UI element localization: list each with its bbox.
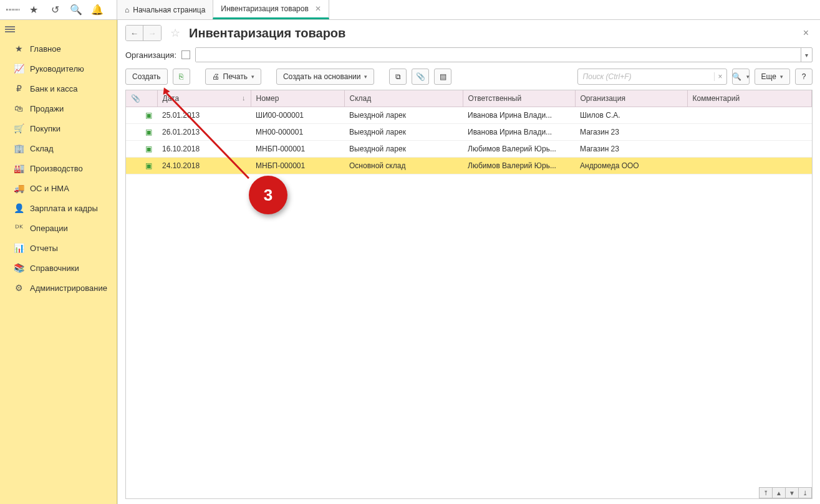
col-warehouse[interactable]: Склад bbox=[344, 90, 463, 107]
close-icon[interactable]: × bbox=[803, 27, 813, 39]
col-date[interactable]: Дата↓ bbox=[157, 90, 251, 107]
hamburger-icon[interactable] bbox=[5, 26, 15, 32]
sidebar-item-label: ОС и НМА bbox=[30, 184, 69, 193]
cell-comment bbox=[687, 107, 812, 124]
cell-number: МНБП-000001 bbox=[251, 141, 344, 158]
cell-comment bbox=[687, 141, 812, 158]
search-box[interactable]: × bbox=[577, 69, 727, 85]
org-checkbox[interactable] bbox=[181, 50, 190, 59]
col-org[interactable]: Организация bbox=[575, 90, 687, 107]
document-icon: ▣ bbox=[145, 111, 152, 120]
cell-date: 16.10.2018 bbox=[157, 141, 251, 158]
sidebar-item-11[interactable]: 📚Справочники bbox=[0, 258, 117, 278]
tab-home[interactable]: ⌂ Начальная страница bbox=[117, 0, 213, 19]
sidebar-item-3[interactable]: 🛍Продажи bbox=[0, 98, 117, 118]
sidebar-item-label: Руководителю bbox=[30, 64, 84, 74]
sidebar-item-label: Отчеты bbox=[30, 244, 58, 253]
create-button[interactable]: Создать bbox=[125, 69, 168, 85]
sidebar-item-label: Справочники bbox=[30, 264, 79, 273]
cell-number: МНБП-000001 bbox=[251, 158, 344, 174]
page-header: ← → ☆ Инвентаризация товаров × bbox=[118, 20, 820, 45]
back-button[interactable]: ← bbox=[126, 26, 143, 40]
sidebar-item-label: Покупки bbox=[30, 124, 60, 133]
col-responsible[interactable]: Ответственный bbox=[463, 90, 575, 107]
history-icon[interactable]: ↺ bbox=[49, 4, 61, 16]
sidebar-item-label: Главное bbox=[30, 44, 61, 54]
cell-org: Магазин 23 bbox=[575, 141, 687, 158]
page-title: Инвентаризация товаров bbox=[189, 26, 345, 40]
sidebar-item-icon: 🛍 bbox=[14, 103, 24, 113]
page-down[interactable]: ▼ bbox=[785, 487, 799, 498]
forward-button[interactable]: → bbox=[143, 26, 161, 40]
help-button[interactable]: ? bbox=[795, 69, 813, 85]
sidebar-item-7[interactable]: 🚚ОС и НМА bbox=[0, 178, 117, 198]
sidebar-item-4[interactable]: 🛒Покупки bbox=[0, 118, 117, 138]
page-last[interactable]: ⤓ bbox=[798, 487, 812, 498]
tabs: ⌂ Начальная страница Инвентаризация това… bbox=[117, 0, 329, 19]
page-up[interactable]: ▲ bbox=[772, 487, 786, 498]
sidebar-item-icon: 🛒 bbox=[14, 123, 24, 133]
org-filter-row: Организация: ▾ bbox=[118, 45, 820, 69]
cell-responsible: Иванова Ирина Влади... bbox=[463, 107, 575, 124]
sidebar-item-10[interactable]: 📊Отчеты bbox=[0, 238, 117, 258]
star-icon[interactable]: ☆ bbox=[170, 26, 180, 40]
find-button[interactable]: 🔍▾ bbox=[732, 69, 750, 85]
sidebar-item-9[interactable]: ᴰᴷОперации bbox=[0, 218, 117, 238]
toolbar: Создать ⎘ 🖨 Печать ▾ Создать на основани… bbox=[118, 69, 820, 90]
table-row[interactable]: ▣ 26.01.2013 МН00-000001 Выездной ларек … bbox=[126, 124, 812, 141]
sidebar-item-1[interactable]: 📈Руководителю bbox=[0, 59, 117, 78]
copy-button[interactable]: ⎘ bbox=[173, 69, 190, 85]
sidebar-item-0[interactable]: ★Главное bbox=[0, 39, 117, 59]
cell-responsible: Иванова Ирина Влади... bbox=[463, 124, 575, 141]
document-icon: ▣ bbox=[145, 128, 152, 136]
close-icon[interactable]: ✕ bbox=[315, 4, 321, 13]
sidebar-item-icon: 🏢 bbox=[14, 143, 24, 153]
col-comment[interactable]: Комментарий bbox=[687, 90, 812, 107]
create-based-button[interactable]: Создать на основании ▾ bbox=[276, 69, 375, 85]
cell-warehouse: Выездной ларек bbox=[344, 107, 463, 124]
table-row[interactable]: ▣ 25.01.2013 ШИ00-000001 Выездной ларек … bbox=[126, 107, 812, 124]
structure-button[interactable]: ⧉ bbox=[389, 69, 407, 85]
sidebar-item-icon: 📈 bbox=[14, 64, 24, 74]
tab-inventory[interactable]: Инвентаризация товаров ✕ bbox=[213, 0, 329, 19]
pager: ⤒ ▲ ▼ ⤓ bbox=[760, 487, 812, 498]
table-row[interactable]: ▣ 16.10.2018 МНБП-000001 Выездной ларек … bbox=[126, 141, 812, 158]
clear-icon[interactable]: × bbox=[714, 72, 726, 81]
col-number[interactable]: Номер bbox=[251, 90, 344, 107]
sidebar-item-12[interactable]: ⚙Администрирование bbox=[0, 278, 117, 298]
attach-button[interactable]: 📎 bbox=[412, 69, 429, 85]
chevron-down-icon[interactable]: ▾ bbox=[801, 48, 812, 62]
cell-org: Магазин 23 bbox=[575, 124, 687, 141]
sidebar-item-8[interactable]: 👤Зарплата и кадры bbox=[0, 198, 117, 218]
topbar: ★ ↺ 🔍 🔔 ⌂ Начальная страница Инвентариза… bbox=[0, 0, 820, 20]
col-attach[interactable]: 📎 bbox=[126, 90, 157, 107]
sidebar-item-label: Администрирование bbox=[30, 283, 107, 293]
list-button[interactable]: ▤ bbox=[434, 69, 451, 85]
cell-org: Андромеда ООО bbox=[575, 158, 687, 174]
main: ← → ☆ Инвентаризация товаров × Организац… bbox=[117, 20, 820, 504]
sidebar: ★Главное📈Руководителю₽Банк и касса🛍Прода… bbox=[0, 20, 117, 504]
search-icon[interactable]: 🔍 bbox=[70, 4, 82, 16]
print-button[interactable]: 🖨 Печать ▾ bbox=[205, 69, 261, 85]
sidebar-item-icon: 📊 bbox=[14, 243, 24, 253]
apps-grid-icon[interactable] bbox=[6, 9, 19, 11]
page-first[interactable]: ⤒ bbox=[759, 487, 773, 498]
search-input[interactable] bbox=[578, 72, 714, 81]
sidebar-item-label: Зарплата и кадры bbox=[30, 204, 98, 213]
sidebar-item-6[interactable]: 🏭Производство bbox=[0, 158, 117, 178]
favorite-icon[interactable]: ★ bbox=[27, 4, 40, 16]
bell-icon[interactable]: 🔔 bbox=[91, 4, 104, 16]
org-input[interactable] bbox=[196, 48, 801, 62]
sidebar-item-icon: 📚 bbox=[14, 263, 24, 273]
sidebar-item-icon: 🚚 bbox=[14, 183, 24, 193]
org-select[interactable]: ▾ bbox=[195, 47, 813, 62]
sidebar-item-2[interactable]: ₽Банк и касса bbox=[0, 78, 117, 98]
sidebar-item-icon: ★ bbox=[14, 44, 24, 54]
cell-number: ШИ00-000001 bbox=[251, 107, 344, 124]
table-row[interactable]: ▣ 24.10.2018 МНБП-000001 Основной склад … bbox=[126, 158, 812, 174]
sidebar-item-5[interactable]: 🏢Склад bbox=[0, 138, 117, 158]
cell-date: 26.01.2013 bbox=[157, 124, 251, 141]
more-button[interactable]: Еще ▾ bbox=[755, 69, 790, 85]
cell-date: 24.10.2018 bbox=[157, 158, 251, 174]
cell-responsible: Любимов Валерий Юрь... bbox=[463, 158, 575, 174]
